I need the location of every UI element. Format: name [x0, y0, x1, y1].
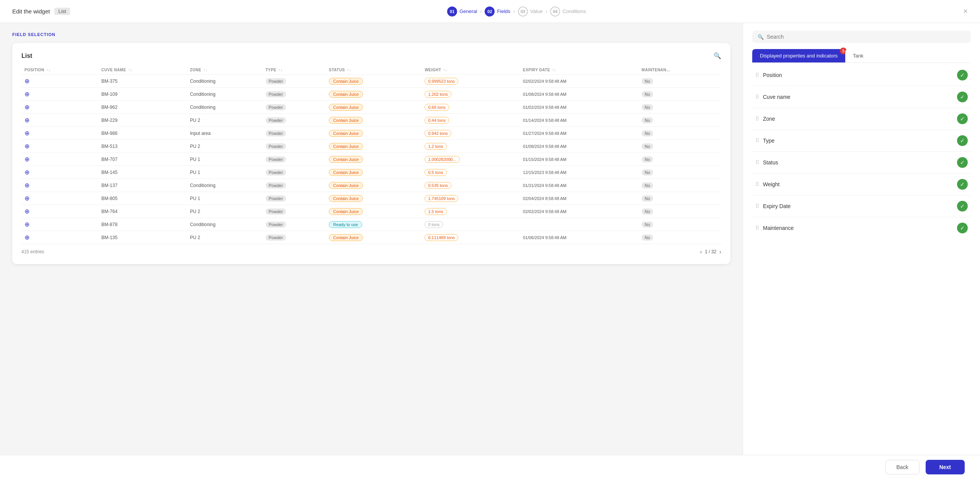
drag-handle-icon[interactable]: ⠿ [755, 138, 759, 144]
cell-expiry: 01/08/2024 9:58:48 AM [520, 88, 639, 101]
cell-expiry: 01/31/2024 9:58:48 AM [520, 179, 639, 192]
cell-cuve-name: BM-805 [98, 192, 187, 205]
page-info: 1 / 32 [705, 249, 716, 254]
cell-weight: 0.942 tons [421, 127, 520, 140]
field-name-label: Type [763, 138, 774, 144]
field-left: ⠿ Maintenance [755, 225, 794, 231]
widget-card-title: List [21, 52, 32, 59]
drag-handle-icon[interactable]: ⠿ [755, 116, 759, 122]
field-row: ⠿ Expiry Date ✓ [752, 195, 971, 217]
step-circle-1: 01 [447, 7, 457, 16]
field-toggle-zone[interactable]: ✓ [957, 113, 968, 124]
cell-zone: PU 2 [187, 114, 263, 127]
tab-tank[interactable]: Tank [845, 49, 871, 62]
back-button[interactable]: Back [885, 460, 920, 474]
col-header-status: STATUS ↑↓ [326, 66, 421, 75]
cell-zone: PU 2 [187, 231, 263, 244]
cell-maintenance: No [639, 205, 721, 218]
cell-maintenance: No [639, 231, 721, 244]
field-toggle-maintenance[interactable]: ✓ [957, 223, 968, 233]
cell-maintenance: No [639, 218, 721, 231]
cell-type: Powder [263, 205, 326, 218]
cell-status: Contain Juice [326, 88, 421, 101]
widget-search-button[interactable]: 🔍 [714, 52, 721, 59]
field-left: ⠿ Weight [755, 181, 779, 187]
drag-handle-icon[interactable]: ⠿ [755, 72, 759, 78]
cell-type: Powder [263, 153, 326, 166]
cell-weight: 0.66 tons [421, 101, 520, 114]
topbar: Edit the widget List 01 General › 02 Fie… [0, 0, 980, 23]
cell-position: ⊕ [21, 153, 98, 166]
cell-type: Powder [263, 75, 326, 88]
next-page-button[interactable]: › [719, 249, 721, 255]
field-name-label: Status [763, 159, 778, 166]
next-button[interactable]: Next [926, 460, 965, 474]
field-toggle-type[interactable]: ✓ [957, 135, 968, 146]
tab-displayed-properties[interactable]: Displayed properties and indicators 8 [752, 49, 845, 62]
cell-weight: 0.111489 tons [421, 231, 520, 244]
field-row: ⠿ Zone ✓ [752, 108, 971, 130]
table-row: ⊕ BM-805 PU 1 Powder Contain Juice 1.745… [21, 192, 721, 205]
cell-status: Contain Juice [326, 75, 421, 88]
cell-cuve-name: BM-109 [98, 88, 187, 101]
cell-position: ⊕ [21, 192, 98, 205]
cell-expiry: 02/04/2024 8:58:48 AM [520, 192, 639, 205]
search-icon: 🔍 [758, 34, 764, 40]
cell-zone: Input area [187, 127, 263, 140]
cell-position: ⊕ [21, 88, 98, 101]
table-row: ⊕ BM-109 Conditioning Powder Contain Jui… [21, 88, 721, 101]
field-toggle-cuve-name[interactable]: ✓ [957, 92, 968, 102]
drag-handle-icon[interactable]: ⠿ [755, 159, 759, 166]
prev-page-button[interactable]: ‹ [700, 249, 702, 255]
table-row: ⊕ BM-878 Conditioning Powder Ready to us… [21, 218, 721, 231]
cell-type: Powder [263, 101, 326, 114]
main-layout: FIELD SELECTION List 🔍 POSITION ↑↓ CUVE … [0, 23, 980, 479]
step-arrow-1: › [480, 9, 482, 14]
cell-weight: 1.000282000... [421, 153, 520, 166]
cell-weight: 0.5 tons [421, 166, 520, 179]
cell-cuve-name: BM-764 [98, 205, 187, 218]
field-left: ⠿ Zone [755, 116, 775, 122]
step-label-conditions: Conditions [562, 8, 586, 14]
field-row: ⠿ Status ✓ [752, 152, 971, 174]
step-label-value: Value [530, 8, 542, 14]
cell-type: Powder [263, 114, 326, 127]
field-toggle-weight[interactable]: ✓ [957, 179, 968, 190]
cell-cuve-name: BM-707 [98, 153, 187, 166]
cell-maintenance: No [639, 153, 721, 166]
table-row: ⊕ BM-707 PU 1 Powder Contain Juice 1.000… [21, 153, 721, 166]
cell-cuve-name: BM-878 [98, 218, 187, 231]
stepper: 01 General › 02 Fields › 03 Value › 04 C… [447, 7, 586, 16]
field-toggle-position[interactable]: ✓ [957, 70, 968, 80]
col-header-cuve-name: CUVE NAME ↑↓ [98, 66, 187, 75]
drag-handle-icon[interactable]: ⠿ [755, 181, 759, 187]
cell-cuve-name: BM-962 [98, 101, 187, 114]
col-header-expiry: EXPIRY DATE ↑↓ [520, 66, 639, 75]
close-button[interactable]: × [963, 7, 968, 16]
field-toggle-status[interactable]: ✓ [957, 157, 968, 168]
section-label: FIELD SELECTION [12, 32, 730, 37]
cell-type: Powder [263, 127, 326, 140]
cell-zone: PU 1 [187, 153, 263, 166]
cell-zone: PU 2 [187, 140, 263, 153]
drag-handle-icon[interactable]: ⠿ [755, 94, 759, 100]
cell-cuve-name: BM-375 [98, 75, 187, 88]
step-arrow-2: › [513, 9, 515, 14]
field-toggle-expiry-date[interactable]: ✓ [957, 201, 968, 212]
cell-maintenance: No [639, 101, 721, 114]
cell-position: ⊕ [21, 75, 98, 88]
cell-maintenance: No [639, 127, 721, 140]
drag-handle-icon[interactable]: ⠿ [755, 203, 759, 209]
cell-status: Contain Juice [326, 140, 421, 153]
cell-type: Powder [263, 166, 326, 179]
col-header-weight: WEIGHT ↑↓ [421, 66, 520, 75]
cell-maintenance: No [639, 166, 721, 179]
cell-weight: 0.44 tons [421, 114, 520, 127]
col-header-type: TYPE ↑↓ [263, 66, 326, 75]
cell-status: Contain Juice [326, 101, 421, 114]
field-left: ⠿ Type [755, 138, 774, 144]
table-row: ⊕ BM-764 PU 2 Powder Contain Juice 1.5 t… [21, 205, 721, 218]
drag-handle-icon[interactable]: ⠿ [755, 225, 759, 231]
cell-position: ⊕ [21, 166, 98, 179]
search-input[interactable] [767, 34, 965, 40]
